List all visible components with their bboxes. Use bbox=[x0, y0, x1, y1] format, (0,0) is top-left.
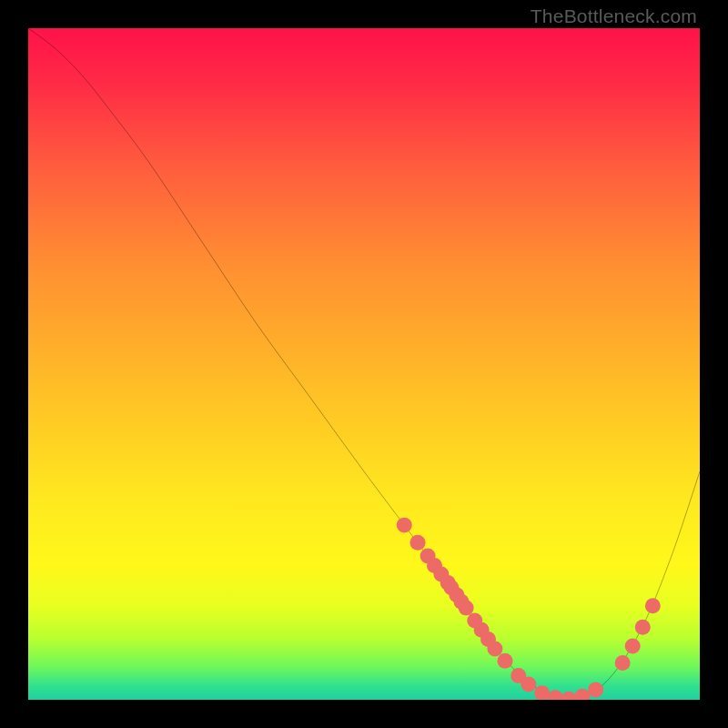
curve-dot bbox=[635, 620, 651, 635]
curve-dot bbox=[588, 682, 603, 697]
attribution-text: TheBottleneck.com bbox=[531, 5, 697, 27]
curve-dot bbox=[625, 638, 641, 653]
bottleneck-curve-svg bbox=[28, 28, 700, 700]
curve-dot bbox=[534, 685, 550, 700]
curve-dot bbox=[615, 655, 631, 671]
curve-dot bbox=[574, 689, 590, 700]
curve-dot bbox=[397, 518, 412, 533]
curve-dot bbox=[410, 535, 426, 551]
curve-dot bbox=[459, 600, 474, 615]
curve-dot bbox=[521, 677, 536, 693]
chart-frame: TheBottleneck.com bbox=[0, 0, 728, 728]
curve-dot bbox=[561, 692, 577, 700]
curve-dot bbox=[497, 653, 512, 669]
curve-dots bbox=[397, 518, 661, 700]
plot-area bbox=[28, 28, 700, 700]
curve-dot bbox=[548, 690, 563, 700]
curve-dot bbox=[645, 598, 661, 613]
curve-dot bbox=[487, 641, 502, 656]
bottleneck-curve bbox=[28, 28, 700, 700]
